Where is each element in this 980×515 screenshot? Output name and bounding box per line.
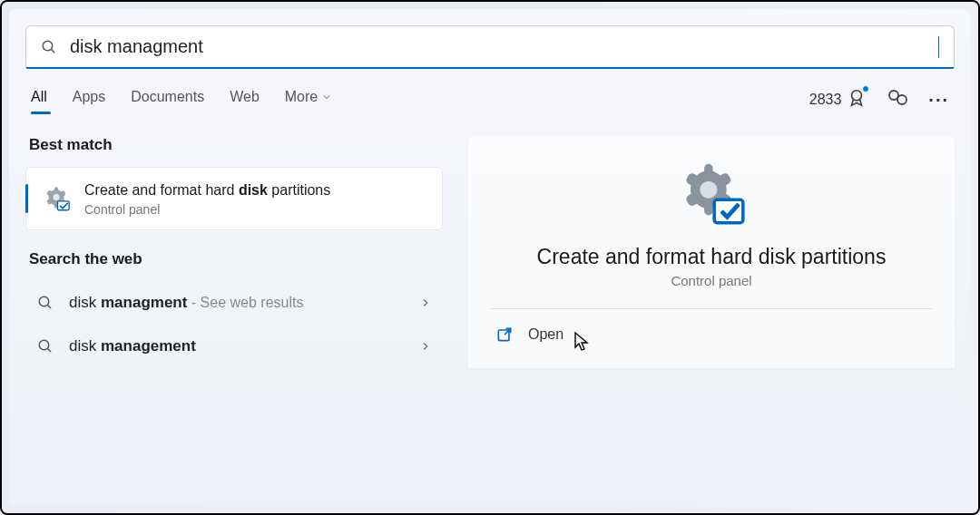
- medal-icon: [847, 88, 867, 112]
- svg-rect-12: [714, 199, 743, 222]
- rewards-points[interactable]: 2833: [809, 88, 867, 112]
- best-match-subtitle: Control panel: [84, 202, 330, 217]
- chevron-right-icon: [419, 340, 432, 353]
- svg-point-11: [700, 181, 717, 199]
- svg-point-5: [53, 194, 59, 200]
- best-match-title: Create and format hard disk partitions: [84, 180, 330, 200]
- svg-point-2: [852, 91, 862, 101]
- svg-line-8: [47, 305, 51, 308]
- web-result-2[interactable]: disk management: [25, 325, 443, 368]
- best-match-result[interactable]: Create and format hard disk partitions C…: [25, 167, 443, 230]
- chevron-right-icon: [419, 296, 432, 309]
- points-value: 2833: [809, 92, 842, 108]
- external-link-icon: [495, 326, 514, 344]
- more-options-icon[interactable]: ···: [928, 90, 949, 111]
- search-icon: [36, 338, 54, 355]
- search-panel: All Apps Documents Web More 2833 ···: [9, 9, 971, 506]
- search-web-heading: Search the web: [29, 250, 443, 268]
- detail-panel: Create and format hard disk partitions C…: [468, 136, 955, 368]
- control-panel-gear-icon: [41, 183, 72, 214]
- control-panel-gear-icon: [677, 160, 746, 228]
- tabs-row: All Apps Documents Web More 2833 ···: [25, 87, 955, 112]
- svg-point-7: [39, 296, 49, 306]
- tab-all[interactable]: All: [31, 89, 47, 111]
- detail-subtitle: Control panel: [671, 273, 751, 288]
- web-result-text: disk management: [69, 337, 405, 355]
- detail-title: Create and format hard disk partitions: [537, 245, 887, 269]
- tab-web[interactable]: Web: [230, 89, 260, 111]
- open-action[interactable]: Open: [490, 309, 933, 360]
- text-caret: [938, 36, 939, 58]
- web-result-1[interactable]: disk managment - See web results: [25, 281, 443, 325]
- svg-line-1: [51, 49, 54, 53]
- svg-point-0: [43, 41, 53, 51]
- svg-line-10: [47, 348, 51, 352]
- svg-point-4: [897, 95, 906, 104]
- chat-icon[interactable]: [887, 87, 908, 112]
- svg-rect-6: [57, 201, 69, 210]
- chevron-down-icon: [321, 92, 332, 102]
- cursor-icon: [573, 331, 592, 353]
- search-input[interactable]: [70, 36, 938, 57]
- open-label: Open: [528, 326, 564, 343]
- web-result-text: disk managment - See web results: [69, 294, 405, 312]
- results-column: Best match Create and format hard disk p…: [25, 136, 443, 368]
- tab-more[interactable]: More: [285, 89, 332, 111]
- search-box[interactable]: [25, 25, 955, 69]
- svg-point-9: [39, 340, 49, 350]
- tab-apps[interactable]: Apps: [73, 89, 105, 111]
- tab-documents[interactable]: Documents: [131, 89, 204, 111]
- search-icon: [41, 39, 57, 55]
- search-icon: [36, 295, 54, 311]
- best-match-heading: Best match: [29, 136, 443, 154]
